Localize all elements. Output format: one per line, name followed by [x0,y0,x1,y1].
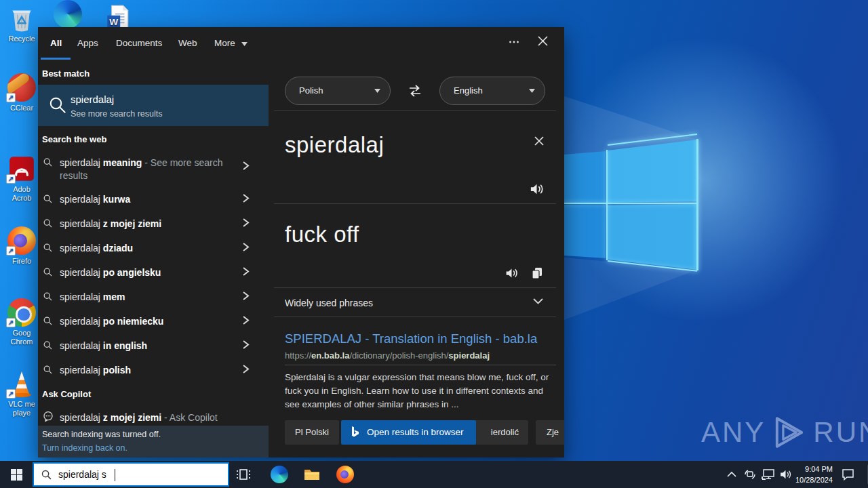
desktop-icon-label: VLC me playe [3,400,41,418]
divider [285,365,556,365]
web-suggestion[interactable]: spierdalaj mem [38,285,269,309]
desktop-icon-adobe-acrobat[interactable]: ↗ Adob Acrob [3,155,41,203]
result-url: https://en.bab.la/dictionary/polish-engl… [285,350,490,361]
web-suggestion[interactable]: spierdalaj po niemiecku [38,309,269,333]
windows-start-icon [11,469,22,481]
chevron-right-icon[interactable] [242,161,250,170]
windows-logo-edge [608,134,697,146]
close-icon[interactable] [537,35,549,47]
chevron-right-icon[interactable] [242,316,250,325]
tray-date: 10/28/2024 [789,474,833,485]
google-chrome-icon: ↗ [7,298,36,327]
search-icon [43,218,53,228]
taskbar-file-explorer-button[interactable] [303,466,321,483]
web-suggestion[interactable]: spierdalaj meaning - See more search res… [38,150,269,184]
chevron-right-icon[interactable] [242,365,250,373]
search-icon [43,194,53,204]
chevron-down-icon[interactable] [533,298,543,304]
clear-input-icon[interactable] [533,135,545,147]
tab-more[interactable]: More [214,38,248,48]
search-icon [43,243,53,253]
speak-input-icon[interactable] [529,182,545,197]
ccleaner-icon: ↗ [7,73,36,102]
text-cursor [115,469,115,481]
vlc-icon: ↗ [7,369,36,398]
search-icon [43,267,53,277]
desktop-icon-label: Adob Acrob [3,185,41,203]
chevron-right-icon[interactable] [242,218,250,227]
ask-copilot-header: Ask Copilot [42,389,91,399]
target-language-select[interactable]: English [439,77,545,105]
web-suggestion[interactable]: spierdalaj po angielsku [38,260,269,285]
shortcut-arrow-icon: ↗ [6,246,16,256]
tab-web[interactable]: Web [178,38,197,48]
related-button-zje[interactable]: Zje [536,420,564,445]
translation-output-text: fuck off [285,222,359,247]
desktop-icon-recycle-bin[interactable]: Recycle [3,4,41,43]
action-center-icon[interactable] [841,468,855,481]
desktop: ANY RUN Recycle ↗ CClear [0,0,868,488]
task-view-button[interactable] [235,466,253,484]
bing-icon [350,426,361,439]
desktop-icon-vlc[interactable]: ↗ VLC me playe [3,369,41,418]
indexing-banner-link[interactable]: Turn indexing back on. [42,443,127,453]
recycle-bin-icon [7,4,36,33]
web-suggestion[interactable]: spierdalaj dziadu [38,236,269,260]
chevron-right-icon[interactable] [242,340,250,349]
tray-clock[interactable]: 9:04 PM 10/28/2024 [789,464,833,485]
desktop-icon-label: CClear [3,104,41,113]
shortcut-arrow-icon: ↗ [6,389,16,399]
shortcut-arrow-icon: ↗ [6,318,16,327]
search-input-value: spierdalaj s [58,469,106,480]
tab-apps[interactable]: Apps [77,38,98,48]
tray-network-icon[interactable] [761,468,776,481]
chevron-right-icon[interactable] [242,291,250,300]
swap-languages-icon[interactable] [407,83,423,98]
chevron-right-icon[interactable] [242,267,250,276]
tray-show-hidden-icons[interactable] [727,471,736,477]
desktop-icon-firefox[interactable]: ↗ Firefo [3,226,41,266]
web-suggestion[interactable]: spierdalaj z mojej ziemi [38,211,269,236]
web-suggestion[interactable]: spierdalaj polish [38,358,269,382]
taskbar-firefox-button[interactable] [336,466,354,483]
web-suggestion[interactable]: spierdalaj in english [38,333,269,358]
search-web-header: Search the web [42,134,106,144]
taskbar-edge-button[interactable] [271,466,288,483]
desktop-icon-edge[interactable] [49,0,87,30]
taskbar-search-box[interactable]: spierdalaj s [33,462,229,487]
chevron-right-icon[interactable] [242,194,250,203]
divider [274,203,556,204]
start-button[interactable] [0,461,33,488]
result-link-title[interactable]: SPIERDALAJ - Translation in English - ba… [285,331,537,346]
tab-documents[interactable]: Documents [116,38,162,48]
divider [274,317,556,317]
source-language-select[interactable]: Polish [285,77,391,105]
copy-icon[interactable] [530,266,544,280]
svg-text:W: W [109,18,118,28]
watermark-text-right: RUN [813,416,868,449]
desktop-icon-google-chrome[interactable]: ↗ Goog Chrom [3,298,41,346]
tray-screen-capture-icon[interactable] [743,468,757,481]
desktop-icon-ccleaner[interactable]: ↗ CClear [3,73,41,113]
best-match-result[interactable]: spierdalaj See more search results [38,85,269,126]
best-match-title: spierdalaj [71,94,114,105]
windows-logo-edge [696,139,698,270]
tab-all[interactable]: All [50,38,62,48]
indexing-banner: Search indexing was turned off. Turn ind… [38,426,269,458]
open-results-in-browser-button[interactable]: Open results in browser [341,420,476,445]
related-button-polski[interactable]: Pl Polski [285,420,339,445]
divider [274,287,556,288]
chat-bubble-icon [43,411,54,422]
caret-down-icon [374,89,380,93]
divider [274,110,556,111]
tab-underline [41,58,71,60]
speak-output-icon[interactable] [505,266,519,280]
translation-input-text[interactable]: spierdalaj [285,132,384,158]
ellipsis-menu-icon[interactable] [509,37,519,47]
web-suggestion[interactable]: spierdalaj kurwa [38,187,269,211]
desktop-icon-label: Firefo [3,257,41,266]
shortcut-arrow-icon: ↗ [6,174,16,184]
chevron-right-icon[interactable] [242,243,250,251]
edge-icon [54,0,82,28]
anyrun-play-logo-icon [770,415,809,450]
